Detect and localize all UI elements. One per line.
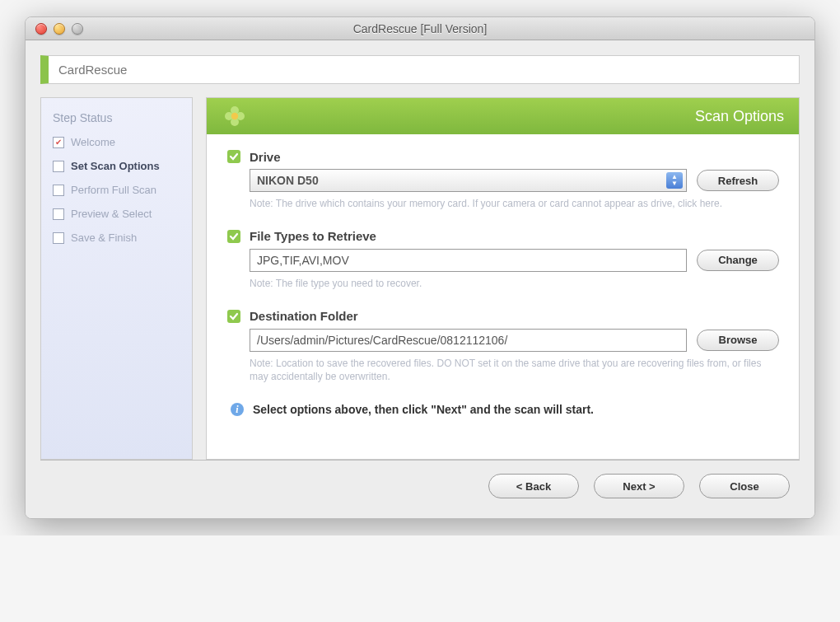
step-label: Save & Finish (71, 231, 137, 244)
checkbox-empty-icon (53, 232, 64, 244)
filetypes-section: File Types to Retrieve JPG,TIF,AVI,MOV C… (226, 229, 779, 291)
filetypes-label: File Types to Retrieve (250, 229, 376, 243)
dropdown-arrows-icon: ▲▼ (666, 172, 683, 189)
panel-header: Scan Options (207, 98, 799, 134)
info-icon: i (230, 402, 245, 417)
destination-field[interactable]: /Users/admin/Pictures/CardRescue/0812112… (250, 329, 687, 352)
body-area: CardRescue Step Status ✔ Welcome Set Sca… (26, 40, 814, 518)
window-title: CardRescue [Full Version] (26, 22, 814, 35)
drive-note: Note: The drive which contains your memo… (250, 197, 779, 211)
step-set-scan-options: Set Scan Options (53, 160, 180, 172)
bullet-icon (226, 149, 241, 164)
step-label: Welcome (71, 136, 115, 148)
drive-dropdown[interactable]: NIKON D50 ▲▼ (250, 169, 687, 192)
panel-body: Drive NIKON D50 ▲▼ Refresh Note: The (207, 134, 799, 459)
app-name-label: CardRescue (58, 63, 127, 77)
minimize-window-button[interactable] (54, 23, 65, 35)
step-label: Perform Full Scan (71, 184, 156, 196)
bullet-icon (226, 309, 241, 324)
footer-buttons: < Back Next > Close (40, 460, 800, 503)
browse-button[interactable]: Browse (697, 330, 779, 351)
drive-value: NIKON D50 (257, 174, 319, 187)
destination-section: Destination Folder /Users/admin/Pictures… (226, 309, 779, 385)
sidebar-title: Step Status (53, 111, 180, 124)
sidebar: Step Status ✔ Welcome Set Scan Options P… (40, 97, 193, 460)
filetypes-field[interactable]: JPG,TIF,AVI,MOV (250, 249, 687, 272)
svg-rect-5 (227, 150, 240, 163)
destination-note: Note: Location to save the recovered fil… (250, 357, 779, 385)
filetypes-value: JPG,TIF,AVI,MOV (257, 254, 349, 267)
flower-icon (222, 103, 248, 129)
traffic-lights (26, 23, 83, 35)
app-name-bar: CardRescue (40, 55, 800, 84)
main-panel: Scan Options Drive (206, 97, 800, 460)
bullet-icon (226, 229, 241, 244)
svg-point-4 (231, 113, 238, 119)
back-button[interactable]: < Back (488, 474, 579, 498)
svg-rect-7 (227, 310, 240, 323)
close-window-button[interactable] (35, 23, 47, 35)
close-button[interactable]: Close (699, 474, 790, 498)
info-text: Select options above, then click "Next" … (253, 403, 594, 416)
step-save-finish: Save & Finish (53, 231, 180, 244)
info-row: i Select options above, then click "Next… (230, 402, 779, 417)
content-row: Step Status ✔ Welcome Set Scan Options P… (40, 97, 800, 460)
zoom-window-button[interactable] (72, 23, 83, 35)
next-button[interactable]: Next > (594, 474, 684, 498)
app-window: CardRescue [Full Version] CardRescue Ste… (25, 16, 815, 519)
step-perform-full-scan: Perform Full Scan (53, 184, 180, 196)
step-welcome: ✔ Welcome (53, 136, 180, 148)
destination-value: /Users/admin/Pictures/CardRescue/0812112… (257, 334, 507, 347)
titlebar: CardRescue [Full Version] (26, 17, 814, 40)
checkbox-empty-icon (53, 161, 64, 172)
checkbox-done-icon: ✔ (53, 137, 64, 148)
destination-label: Destination Folder (250, 309, 358, 323)
step-label: Preview & Select (71, 208, 152, 220)
svg-rect-6 (227, 230, 240, 243)
drive-label: Drive (250, 150, 281, 164)
drive-section: Drive NIKON D50 ▲▼ Refresh Note: The (226, 149, 779, 211)
change-button[interactable]: Change (697, 250, 779, 271)
step-preview-select: Preview & Select (53, 208, 180, 220)
filetypes-note: Note: The file type you need to recover. (250, 277, 779, 291)
step-label: Set Scan Options (71, 160, 160, 172)
checkbox-empty-icon (53, 208, 64, 220)
refresh-button[interactable]: Refresh (697, 170, 779, 191)
checkbox-empty-icon (53, 185, 64, 196)
panel-title: Scan Options (695, 108, 784, 125)
